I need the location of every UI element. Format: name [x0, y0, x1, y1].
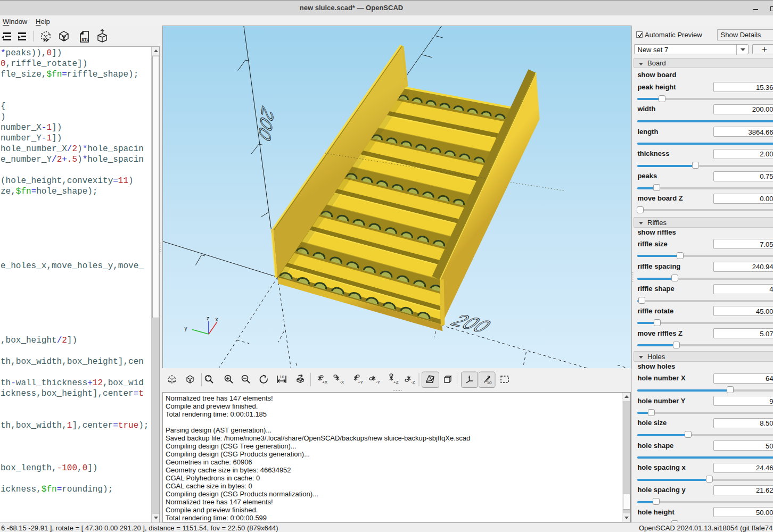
- svg-text:+X: +X: [322, 380, 328, 385]
- svg-text:10: 10: [487, 380, 492, 385]
- svg-text:-X: -X: [340, 380, 344, 385]
- svg-text:-Y: -Y: [376, 380, 381, 385]
- svg-text:-Z: -Z: [411, 380, 415, 385]
- svg-text:+Z: +Z: [393, 380, 399, 385]
- svg-text:STL: STL: [81, 37, 89, 42]
- svg-text:10: 10: [279, 375, 284, 379]
- svg-text:45: 45: [299, 378, 303, 381]
- svg-text:+Y: +Y: [358, 380, 364, 385]
